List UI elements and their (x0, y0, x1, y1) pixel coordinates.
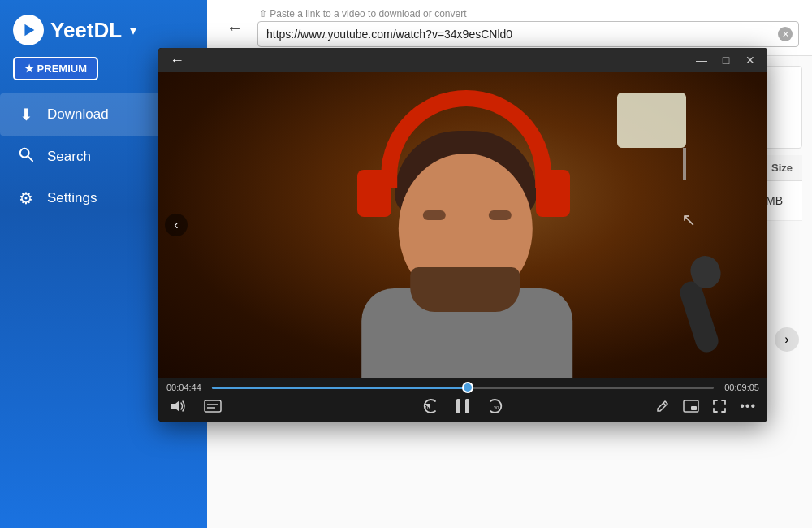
beard (410, 267, 520, 312)
window-controls: — □ ✕ (691, 52, 761, 68)
player-video-area[interactable]: ↖ ‹ (158, 72, 767, 378)
content-area: Reacting To My Wifes Favorite Clips yout… (207, 56, 812, 528)
controls-left (166, 397, 225, 415)
svg-point-1 (20, 149, 29, 158)
download-icon: ⬇ (16, 105, 36, 124)
progress-thumb[interactable] (462, 382, 473, 393)
app-caret[interactable]: ▾ (130, 23, 136, 38)
svg-rect-10 (465, 399, 469, 413)
back-button[interactable]: ← (220, 16, 249, 39)
settings-icon: ⚙ (16, 188, 36, 208)
svg-rect-9 (456, 399, 460, 413)
svg-marker-0 (24, 24, 34, 37)
url-input[interactable] (257, 21, 799, 47)
minimize-button[interactable]: — (691, 52, 712, 68)
bg-light (617, 93, 686, 148)
sidebar-item-label-settings: Settings (47, 190, 97, 206)
ear-cup-left (357, 170, 391, 217)
player-prev-button[interactable]: ‹ (165, 214, 188, 236)
ear-cup-right (536, 170, 570, 217)
main-content: ← ⇧ Paste a link to a video to download … (207, 0, 812, 528)
play-pause-button[interactable] (450, 395, 476, 418)
controls-center: 10 (417, 395, 508, 418)
logo-icon (13, 15, 44, 45)
app-name: YeetDL (50, 18, 122, 43)
fullscreen-button[interactable] (709, 397, 730, 415)
player-controls: 00:04:44 00:09:05 (158, 378, 767, 422)
lamp-stand (683, 148, 686, 180)
nav-arrow-right[interactable]: › (775, 327, 799, 352)
svg-text:10: 10 (425, 405, 430, 410)
edit-button[interactable] (652, 397, 673, 415)
svg-marker-3 (171, 400, 179, 412)
premium-badge[interactable]: ★ PREMIUM (13, 57, 98, 80)
rewind-button[interactable]: 10 (417, 396, 442, 417)
video-player: ← — □ ✕ (158, 48, 767, 422)
url-hint: ⇧ Paste a link to a video to download or… (257, 8, 799, 21)
player-back-button[interactable]: ← (165, 50, 189, 71)
close-button[interactable]: ✕ (740, 52, 761, 68)
sidebar-item-label-search: Search (47, 149, 91, 165)
more-options-button[interactable]: ••• (736, 397, 759, 415)
svg-rect-14 (691, 406, 697, 410)
svg-text:30: 30 (494, 405, 499, 410)
svg-line-12 (663, 403, 666, 405)
search-icon (16, 147, 36, 166)
controls-row: 10 (166, 397, 759, 415)
forward-button[interactable]: 30 (484, 396, 508, 417)
time-current: 00:04:44 (166, 383, 205, 392)
sidebar-item-label-download: Download (47, 106, 109, 123)
progress-track[interactable] (212, 387, 714, 389)
premium-label: ★ PREMIUM (24, 63, 87, 75)
volume-button[interactable] (166, 397, 189, 415)
subtitles-button[interactable] (201, 398, 225, 414)
svg-line-2 (28, 157, 32, 161)
controls-right: ••• (652, 397, 759, 415)
svg-rect-4 (205, 400, 221, 412)
maximize-button[interactable]: □ (715, 52, 736, 68)
progress-bar-area: 00:04:44 00:09:05 (166, 383, 759, 392)
logo-area: YeetDL ▾ (0, 0, 207, 54)
col-size: Size (771, 162, 793, 174)
player-titlebar: ← — □ ✕ (158, 48, 767, 72)
progress-fill (212, 387, 468, 389)
pip-button[interactable] (680, 398, 702, 414)
time-total: 00:09:05 (720, 383, 759, 392)
clear-url-button[interactable]: ✕ (778, 27, 793, 41)
